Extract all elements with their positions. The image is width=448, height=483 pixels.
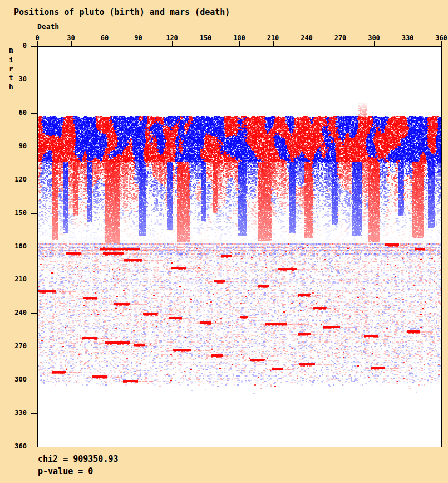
y-tick-label: 150: [4, 209, 27, 217]
x-tick-label: 360: [435, 34, 447, 42]
y-tick-label: 300: [4, 375, 27, 383]
y-axis-label-letter: h: [8, 82, 14, 91]
x-tick-label: 30: [67, 34, 75, 42]
y-tick-mark: [31, 113, 37, 114]
y-tick-label: 30: [4, 75, 27, 83]
x-tick-mark: [139, 41, 139, 46]
x-tick-mark: [37, 41, 38, 46]
y-tick-label: 210: [4, 275, 27, 283]
x-tick-label: 150: [200, 34, 212, 42]
y-tick-label: 90: [4, 142, 27, 150]
x-tick-mark: [239, 41, 240, 46]
x-tick-mark: [273, 41, 274, 46]
y-tick-label: 60: [4, 109, 27, 116]
x-tick-label: 300: [368, 34, 380, 42]
y-tick-mark: [31, 213, 37, 214]
y-tick-mark: [31, 46, 37, 47]
p-value-stat: p-value = 0: [38, 466, 93, 476]
x-tick-label: 90: [134, 34, 142, 42]
heatmap-canvas: [38, 47, 441, 447]
x-tick-label: 0: [35, 34, 39, 42]
x-tick-label: 330: [402, 34, 414, 42]
chart-title: Positions of pluto (birth) and mars (dea…: [14, 7, 230, 17]
y-axis-label-letter: r: [8, 65, 14, 74]
y-tick-label: 0: [4, 42, 27, 50]
y-tick-label: 330: [4, 409, 27, 417]
y-tick-label: 240: [4, 309, 27, 316]
y-axis-label: Birth: [8, 47, 14, 91]
x-tick-mark: [408, 41, 408, 46]
x-tick-mark: [206, 41, 206, 46]
y-tick-label: 360: [4, 442, 27, 450]
y-tick-mark: [31, 380, 37, 380]
y-tick-mark: [31, 313, 37, 314]
x-tick-label: 120: [166, 34, 178, 42]
y-tick-mark: [31, 347, 37, 347]
x-tick-label: 60: [101, 34, 109, 42]
x-tick-label: 270: [334, 34, 347, 42]
x-axis-label: Death: [37, 22, 59, 31]
y-tick-mark: [31, 413, 37, 414]
y-tick-mark: [31, 280, 37, 280]
chi2-stat: chi2 = 909350.93: [38, 454, 119, 464]
y-tick-label: 180: [4, 242, 27, 250]
y-tick-mark: [31, 247, 37, 247]
y-tick-label: 270: [4, 342, 27, 350]
y-tick-mark: [31, 147, 37, 147]
x-tick-mark: [105, 41, 105, 46]
x-tick-mark: [441, 41, 442, 46]
x-tick-label: 240: [301, 34, 313, 42]
x-tick-mark: [374, 41, 375, 46]
x-tick-mark: [172, 41, 173, 46]
x-tick-mark: [307, 41, 307, 46]
y-tick-label: 120: [4, 175, 27, 183]
x-tick-label: 210: [267, 34, 279, 42]
y-axis-label-letter: i: [8, 56, 14, 65]
y-tick-mark: [31, 180, 37, 180]
y-tick-mark: [31, 447, 37, 447]
x-tick-mark: [71, 41, 72, 46]
plot-frame: [37, 46, 442, 447]
x-tick-mark: [341, 41, 341, 46]
y-tick-mark: [31, 80, 37, 80]
x-tick-label: 180: [233, 34, 245, 42]
